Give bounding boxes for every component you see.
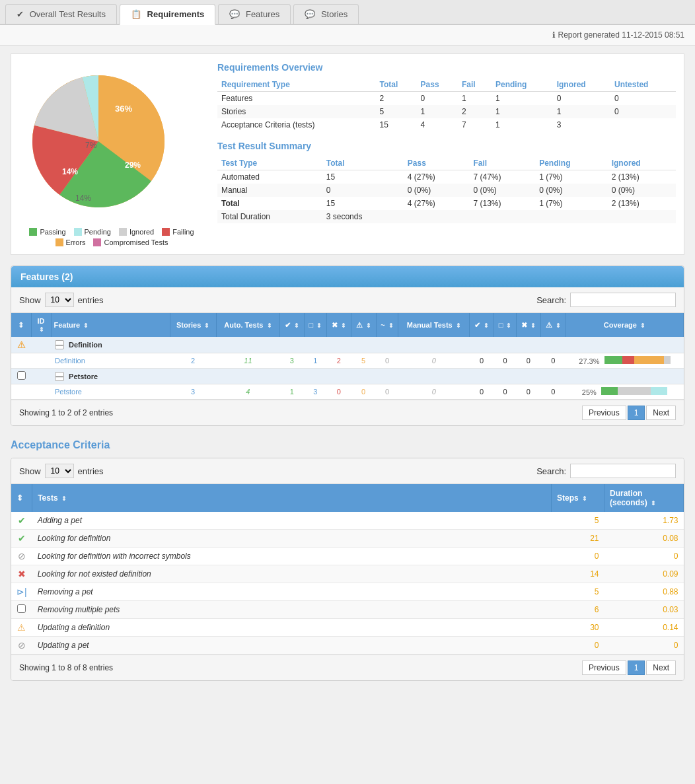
col-mt-fail[interactable]: ✖ ⇕	[517, 313, 541, 337]
table-row: Features 2 0 1 1 0 0	[217, 92, 676, 106]
tab-requirements[interactable]: 📋 Requirements	[120, 4, 215, 25]
col-feature[interactable]: Feature ⇕	[51, 313, 170, 337]
collapse-icon-petstore[interactable]: —	[55, 372, 64, 381]
features-table: ⇕ ID ⇕ Feature ⇕ Stories ⇕ Auto. Tests ⇕…	[11, 313, 684, 400]
status-icon-skip: ⊘	[18, 551, 26, 561]
tab-bar: ✔ Overall Test Results 📋 Requirements 💬 …	[0, 0, 695, 25]
table-row: Total Duration 3 seconds	[217, 210, 676, 223]
features-dt-footer: Showing 1 to 2 of 2 entries Previous 1 N…	[11, 400, 684, 425]
col-ac-steps[interactable]: Steps ⇕	[552, 484, 604, 512]
features-search: Search:	[536, 293, 676, 307]
features-search-input[interactable]	[570, 293, 676, 307]
col-id[interactable]: ID ⇕	[31, 313, 51, 337]
col-mt-pass[interactable]: ✔ ⇕	[470, 313, 494, 337]
tab-stories[interactable]: 💬 Stories	[293, 4, 359, 24]
cov-pass	[601, 387, 618, 395]
tab-overall-test-results[interactable]: ✔ Overall Test Results	[5, 4, 117, 24]
features-group-petstore: — Petstore	[11, 369, 684, 384]
cov-fail	[622, 356, 634, 364]
table-row: Total 15 4 (27%) 7 (13%) 1 (7%) 2 (13%)	[217, 197, 676, 210]
pie-chart: 36% 29% 14% 14% 7%	[19, 62, 178, 221]
cov-pass	[604, 356, 622, 364]
table-row: Stories 5 1 2 1 1 0	[217, 105, 676, 118]
legend-errors: Errors	[55, 238, 86, 246]
collapse-icon[interactable]: —	[55, 340, 64, 349]
cov-pend	[664, 356, 671, 364]
features-section-header: Features (2)	[11, 266, 684, 287]
ac-table-row: ⊘ Updating a pet 0 0	[11, 637, 684, 655]
acceptance-criteria-title: Acceptance Criteria	[11, 439, 684, 451]
ac-table-row: Removing multiple pets 6 0.03	[11, 601, 684, 619]
table-row: Manual 0 0 (0%) 0 (0%) 0 (0%) 0 (0%)	[217, 184, 676, 197]
ac-prev-button[interactable]: Previous	[582, 660, 626, 675]
cov-pend	[618, 387, 651, 395]
status-icon-fail: ✖	[18, 569, 26, 579]
col-at-fail[interactable]: ✖ ⇕	[326, 313, 351, 337]
features-next-button[interactable]: Next	[646, 406, 676, 420]
stories-icon: 💬	[305, 9, 315, 19]
col-sort[interactable]: ⇕	[11, 313, 31, 337]
ac-table-row: ✔ Adding a pet 5 1.73	[11, 512, 684, 530]
ac-showing: Showing 1 to 8 of 8 entries	[19, 663, 113, 672]
col-auto-tests[interactable]: Auto. Tests ⇕	[216, 313, 279, 337]
features-row-definition: Definition 2 11 3 1 2 5 0 0 0 0 0 0 27.3…	[11, 353, 684, 369]
ac-search-input[interactable]	[570, 464, 676, 478]
petstore-checkbox[interactable]	[17, 371, 26, 380]
table-row: Automated 15 4 (27%) 7 (47%) 1 (7%) 2 (1…	[217, 170, 676, 184]
col-at-pass[interactable]: ✔ ⇕	[280, 313, 305, 337]
ac-search: Search:	[536, 464, 676, 478]
svg-text:29%: 29%	[125, 160, 141, 170]
acceptance-criteria-section: Show 10 25 50 entries Search: ⇕ Tests ⇕ …	[11, 458, 684, 681]
ac-table-row: ⚠ Updating a definition 30 0.14	[11, 619, 684, 637]
coverage-bar-petstore	[601, 387, 667, 395]
features-pagination: Previous 1 Next	[582, 406, 676, 420]
col-ac-tests[interactable]: Tests ⇕	[32, 484, 552, 512]
features-show: Show 10 25 50 entries	[19, 293, 104, 307]
cov-unt	[651, 387, 667, 395]
chart-legend: Passing Pending Ignored Failing Errors	[19, 228, 204, 246]
status-checkbox[interactable]	[17, 604, 26, 613]
col-stories[interactable]: Stories ⇕	[170, 313, 216, 337]
status-icon-pass: ✔	[18, 515, 26, 526]
chart-container: 36% 29% 14% 14% 7% Passing Pending Ignor…	[19, 62, 204, 246]
ac-next-button[interactable]: Next	[646, 660, 676, 675]
status-icon-skip: ⊘	[18, 640, 26, 651]
ac-table-row: ⊘ Looking for definition with incorrect …	[11, 548, 684, 565]
col-at-err[interactable]: ⚠ ⇕	[351, 313, 376, 337]
ac-page-1-button[interactable]: 1	[628, 660, 645, 675]
status-icon-pend: ⊳|	[17, 587, 27, 597]
svg-text:7%: 7%	[85, 141, 97, 150]
test-result-summary-title: Test Result Summary	[217, 141, 676, 151]
ac-entries-select[interactable]: 10 25 50	[45, 464, 74, 478]
col-mt-pend[interactable]: □ ⇕	[494, 313, 517, 337]
col-ac-duration[interactable]: Duration (seconds) ⇕	[604, 484, 684, 512]
feature-link-petstore[interactable]: Petstore	[55, 388, 82, 396]
feature-link-definition[interactable]: Definition	[55, 357, 85, 365]
table-row: Acceptance Criteria (tests) 15 4 7 1 3	[217, 118, 676, 131]
features-page-1-button[interactable]: 1	[628, 406, 645, 420]
features-prev-button[interactable]: Previous	[582, 406, 626, 420]
col-mt-err[interactable]: ⚠ ⇕	[540, 313, 566, 337]
col-ac-sort[interactable]: ⇕	[11, 484, 32, 512]
test-result-summary-table: Test Type Total Pass Fail Pending Ignore…	[217, 157, 676, 223]
legend-ignored: Ignored	[119, 228, 154, 236]
legend-pending: Pending	[74, 228, 111, 236]
ac-show: Show 10 25 50 entries	[19, 464, 104, 478]
legend-compromised: Compromised Tests	[93, 238, 168, 246]
tab-features[interactable]: 💬 Features	[218, 4, 291, 24]
cov-err	[634, 356, 664, 364]
report-header: ℹ Report generated 11-12-2015 08:51	[0, 25, 695, 46]
col-coverage[interactable]: Coverage ⇕	[566, 313, 683, 337]
col-manual-tests[interactable]: Manual Tests ⇕	[398, 313, 470, 337]
requirements-overview-table: Requirement Type Total Pass Fail Pending…	[217, 78, 676, 131]
features-icon: 💬	[229, 9, 240, 19]
col-at-comp[interactable]: ~ ⇕	[376, 313, 398, 337]
overview-section: 36% 29% 14% 14% 7% Passing Pending Ignor…	[11, 53, 684, 255]
ac-table-row: ⊳| Removing a pet 5 0.88	[11, 583, 684, 601]
status-icon-warn: ⚠	[17, 622, 26, 633]
acceptance-criteria-table: ⇕ Tests ⇕ Steps ⇕ Duration (seconds) ⇕ ✔…	[11, 484, 684, 655]
features-entries-select[interactable]: 10 25 50	[45, 293, 74, 307]
requirements-overview-title: Requirements Overview	[217, 62, 676, 73]
features-group-definition: ⚠ — Definition	[11, 337, 684, 353]
col-at-pend[interactable]: □ ⇕	[304, 313, 326, 337]
